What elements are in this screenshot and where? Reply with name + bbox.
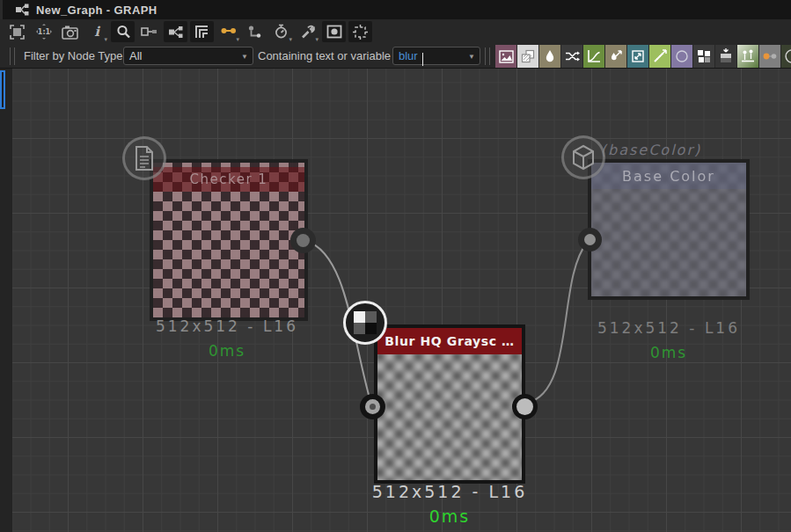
shape-node-button[interactable] [671,45,692,68]
search-text-value: blur [399,49,418,62]
windows-cascade-button[interactable] [190,21,214,42]
graph-titlebar: New_Graph - GRAPH [0,0,791,19]
chevron-down-icon: ▼ [468,53,475,61]
basecolor-input-port[interactable] [578,228,602,251]
chevron-down-icon: ▼ [241,53,248,61]
checker-time-label: 0ms [139,342,315,360]
svg-text:1:1: 1:1 [37,28,50,36]
levels-node-button[interactable] [583,45,604,68]
basecolor-resolution-label: 512x512 - L16 [581,319,757,337]
info-display-button[interactable]: i ▾ [84,21,108,42]
wire-blur-to-basecolor [527,243,587,403]
selection-marker [0,70,5,109]
graph-toolbar: 1:1 i ▾ [0,19,791,44]
toolbar-grip[interactable] [10,47,15,65]
link-create-mode-button[interactable]: ▾ [216,21,240,42]
node-base-color[interactable]: Base Color [588,159,750,300]
blur-resolution-label: 512x512 - L16 [362,482,538,501]
thumbnail-display-button[interactable] [322,21,346,42]
directional-warp-node-button[interactable] [649,45,670,68]
gradient-map-node-button[interactable] [715,45,736,68]
svg-text:i: i [94,25,100,39]
search-text-field[interactable]: blur ▼ [392,47,480,65]
blur-input-port[interactable] [360,394,385,419]
dot-node-button[interactable] [759,45,780,68]
node-title: Blur HQ Graysc … [385,334,514,348]
elbow-connector-button[interactable] [243,21,267,42]
checker-output-port[interactable] [290,228,316,253]
grid-snap-button[interactable] [348,21,372,42]
grayscale-checker-icon [343,301,387,345]
blur-time-label: 0ms [362,506,538,526]
blur-thumbnail [377,354,522,480]
search-button[interactable] [111,21,135,42]
safe-transform-node-button[interactable] [781,45,791,68]
compute-timing-button[interactable]: ▾ [269,21,293,42]
transform-2d-node-button[interactable] [627,45,648,68]
tools-button[interactable]: ▾ [296,21,319,42]
node-type-filter-label: Filter by Node Type [24,49,122,62]
curve-node-button[interactable] [737,45,758,68]
cube-icon [561,135,605,179]
graph-display-button[interactable] [164,21,187,42]
basecolor-time-label: 0ms [581,344,757,361]
search-filter-label: Containing text or variable [258,49,391,62]
node-palette [495,44,791,69]
node-type-select[interactable]: All ▼ [123,47,253,65]
uniform-color-node-button[interactable] [539,45,560,68]
svg-node-button[interactable] [517,45,538,68]
palette-grip[interactable] [485,47,490,65]
node-title: Checker 1 [190,171,268,187]
tile-sampler-node-button[interactable] [693,45,714,68]
node-blur-hq[interactable]: Blur HQ Graysc … [374,324,525,484]
node-checker[interactable]: Checker 1 [150,159,308,321]
graph-icon [15,4,29,16]
graph-canvas[interactable]: Checker 1 512x512 - L16 0ms (baseColor) … [0,69,791,532]
node-type-selected-value: All [129,49,142,62]
bitmap-node-button[interactable] [495,45,516,68]
checker-resolution-label: 512x512 - L16 [139,317,315,335]
blend-drop-node-button[interactable] [605,45,626,68]
document-icon [122,136,166,180]
window-title: New_Graph - GRAPH [36,4,157,17]
canvas-left-edge [0,69,12,532]
zoom-actual-size-button[interactable]: 1:1 [32,21,55,42]
screenshot-button[interactable] [58,21,82,42]
node-title: Base Color [622,168,715,185]
fit-view-button[interactable] [5,21,29,42]
text-cursor [422,53,423,66]
link-display-button[interactable] [137,21,161,42]
blur-output-port[interactable] [512,394,538,419]
channel-shuffle-node-button[interactable] [561,45,582,68]
